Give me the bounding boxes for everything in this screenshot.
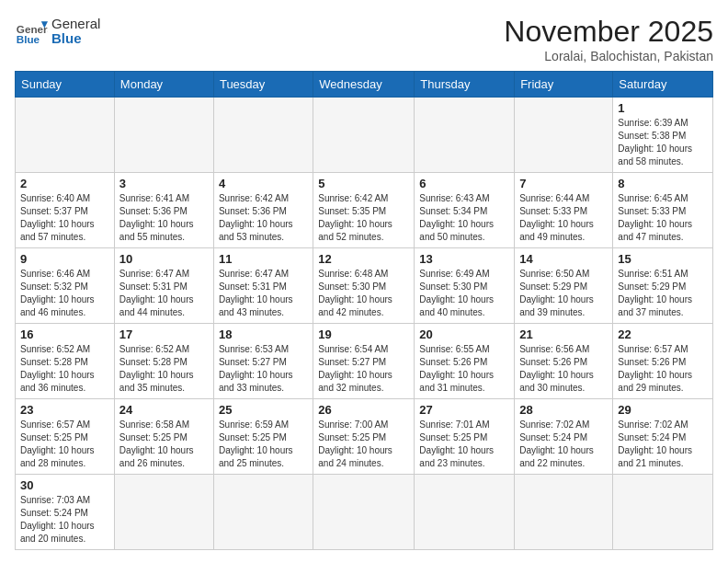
calendar-cell: 28Sunrise: 7:02 AM Sunset: 5:24 PM Dayli… (515, 399, 613, 475)
day-number: 1 (618, 101, 708, 115)
day-info: Sunrise: 6:39 AM Sunset: 5:38 PM Dayligh… (618, 117, 708, 168)
day-number: 18 (219, 327, 308, 341)
column-header-friday: Friday (515, 72, 613, 98)
calendar-cell: 3Sunrise: 6:41 AM Sunset: 5:36 PM Daylig… (114, 173, 213, 248)
calendar-cell: 2Sunrise: 6:40 AM Sunset: 5:37 PM Daylig… (16, 173, 115, 248)
day-number: 17 (119, 327, 209, 341)
day-info: Sunrise: 6:59 AM Sunset: 5:25 PM Dayligh… (219, 419, 308, 470)
calendar-cell: 13Sunrise: 6:49 AM Sunset: 5:30 PM Dayli… (415, 248, 515, 324)
calendar-cell (415, 98, 515, 173)
calendar-week-row: 23Sunrise: 6:57 AM Sunset: 5:25 PM Dayli… (16, 399, 713, 475)
day-number: 16 (20, 327, 109, 341)
day-info: Sunrise: 7:02 AM Sunset: 5:24 PM Dayligh… (519, 419, 608, 470)
day-number: 30 (20, 478, 109, 492)
day-number: 23 (20, 403, 109, 417)
day-info: Sunrise: 6:44 AM Sunset: 5:33 PM Dayligh… (519, 192, 608, 244)
calendar-cell: 30Sunrise: 7:03 AM Sunset: 5:24 PM Dayli… (16, 475, 115, 550)
calendar-cell: 10Sunrise: 6:47 AM Sunset: 5:31 PM Dayli… (114, 248, 213, 324)
day-number: 10 (119, 252, 209, 266)
day-number: 21 (519, 327, 608, 341)
calendar-cell: 24Sunrise: 6:58 AM Sunset: 5:25 PM Dayli… (114, 399, 213, 475)
day-number: 8 (618, 177, 708, 190)
column-header-thursday: Thursday (415, 72, 515, 98)
calendar-header-row: SundayMondayTuesdayWednesdayThursdayFrid… (16, 72, 713, 98)
day-number: 26 (318, 403, 409, 417)
calendar-cell (515, 475, 613, 550)
location: Loralai, Balochistan, Pakistan (504, 49, 713, 63)
day-number: 28 (519, 403, 608, 417)
calendar-week-row: 16Sunrise: 6:52 AM Sunset: 5:28 PM Dayli… (16, 324, 713, 399)
title-block: November 2025 Loralai, Balochistan, Paki… (504, 15, 713, 63)
day-info: Sunrise: 6:52 AM Sunset: 5:28 PM Dayligh… (119, 343, 209, 395)
calendar-week-row: 30Sunrise: 7:03 AM Sunset: 5:24 PM Dayli… (16, 475, 713, 550)
column-header-sunday: Sunday (16, 72, 115, 98)
calendar-cell: 25Sunrise: 6:59 AM Sunset: 5:25 PM Dayli… (213, 399, 313, 475)
svg-text:Blue: Blue (17, 33, 40, 45)
day-info: Sunrise: 6:47 AM Sunset: 5:31 PM Dayligh… (119, 268, 209, 319)
calendar-cell: 11Sunrise: 6:47 AM Sunset: 5:31 PM Dayli… (213, 248, 313, 324)
day-info: Sunrise: 7:01 AM Sunset: 5:25 PM Dayligh… (419, 419, 509, 470)
day-info: Sunrise: 6:56 AM Sunset: 5:26 PM Dayligh… (519, 343, 608, 395)
day-info: Sunrise: 6:50 AM Sunset: 5:29 PM Dayligh… (519, 268, 608, 319)
day-info: Sunrise: 6:45 AM Sunset: 5:33 PM Dayligh… (618, 192, 708, 244)
calendar-cell: 21Sunrise: 6:56 AM Sunset: 5:26 PM Dayli… (515, 324, 613, 399)
day-number: 25 (219, 403, 308, 417)
calendar-cell (515, 98, 613, 173)
calendar-week-row: 2Sunrise: 6:40 AM Sunset: 5:37 PM Daylig… (16, 173, 713, 248)
day-number: 11 (219, 252, 308, 266)
day-number: 12 (318, 252, 409, 266)
month-title: November 2025 (504, 15, 713, 49)
column-header-tuesday: Tuesday (213, 72, 313, 98)
calendar-cell: 7Sunrise: 6:44 AM Sunset: 5:33 PM Daylig… (515, 173, 613, 248)
day-info: Sunrise: 6:46 AM Sunset: 5:32 PM Dayligh… (20, 268, 109, 319)
calendar-cell: 8Sunrise: 6:45 AM Sunset: 5:33 PM Daylig… (613, 173, 713, 248)
calendar-cell: 14Sunrise: 6:50 AM Sunset: 5:29 PM Dayli… (515, 248, 613, 324)
calendar-week-row: 9Sunrise: 6:46 AM Sunset: 5:32 PM Daylig… (16, 248, 713, 324)
calendar-cell (213, 98, 313, 173)
calendar-cell: 23Sunrise: 6:57 AM Sunset: 5:25 PM Dayli… (16, 399, 115, 475)
day-number: 3 (119, 177, 209, 190)
day-number: 13 (419, 252, 509, 266)
calendar-cell: 15Sunrise: 6:51 AM Sunset: 5:29 PM Dayli… (613, 248, 713, 324)
day-info: Sunrise: 6:42 AM Sunset: 5:36 PM Dayligh… (219, 192, 308, 244)
day-number: 22 (618, 327, 708, 341)
calendar-cell: 20Sunrise: 6:55 AM Sunset: 5:26 PM Dayli… (415, 324, 515, 399)
day-info: Sunrise: 6:40 AM Sunset: 5:37 PM Dayligh… (20, 192, 109, 244)
day-number: 9 (20, 252, 109, 266)
day-info: Sunrise: 6:57 AM Sunset: 5:26 PM Dayligh… (618, 343, 708, 395)
calendar-cell: 16Sunrise: 6:52 AM Sunset: 5:28 PM Dayli… (16, 324, 115, 399)
day-number: 5 (318, 177, 409, 190)
calendar-table: SundayMondayTuesdayWednesdayThursdayFrid… (15, 71, 713, 550)
calendar-cell: 26Sunrise: 7:00 AM Sunset: 5:25 PM Dayli… (313, 399, 415, 475)
column-header-monday: Monday (114, 72, 213, 98)
calendar-cell (213, 475, 313, 550)
day-number: 20 (419, 327, 509, 341)
calendar-cell (313, 475, 415, 550)
calendar-cell: 12Sunrise: 6:48 AM Sunset: 5:30 PM Dayli… (313, 248, 415, 324)
day-info: Sunrise: 6:49 AM Sunset: 5:30 PM Dayligh… (419, 268, 509, 319)
calendar-cell: 9Sunrise: 6:46 AM Sunset: 5:32 PM Daylig… (16, 248, 115, 324)
calendar-cell: 4Sunrise: 6:42 AM Sunset: 5:36 PM Daylig… (213, 173, 313, 248)
calendar-cell: 5Sunrise: 6:42 AM Sunset: 5:35 PM Daylig… (313, 173, 415, 248)
day-info: Sunrise: 6:58 AM Sunset: 5:25 PM Dayligh… (119, 419, 209, 470)
day-info: Sunrise: 6:41 AM Sunset: 5:36 PM Dayligh… (119, 192, 209, 244)
calendar-cell: 29Sunrise: 7:02 AM Sunset: 5:24 PM Dayli… (613, 399, 713, 475)
logo-icon: General Blue (15, 15, 48, 48)
day-info: Sunrise: 7:00 AM Sunset: 5:25 PM Dayligh… (318, 419, 409, 470)
day-info: Sunrise: 7:02 AM Sunset: 5:24 PM Dayligh… (618, 419, 708, 470)
day-number: 24 (119, 403, 209, 417)
calendar-cell (415, 475, 515, 550)
day-info: Sunrise: 6:43 AM Sunset: 5:34 PM Dayligh… (419, 192, 509, 244)
day-number: 7 (519, 177, 608, 190)
day-number: 19 (318, 327, 409, 341)
page-header: General Blue General Blue November 2025 … (15, 15, 713, 63)
day-number: 29 (618, 403, 708, 417)
calendar-cell (613, 475, 713, 550)
calendar-cell: 1Sunrise: 6:39 AM Sunset: 5:38 PM Daylig… (613, 98, 713, 173)
calendar-week-row: 1Sunrise: 6:39 AM Sunset: 5:38 PM Daylig… (16, 98, 713, 173)
day-number: 4 (219, 177, 308, 190)
calendar-cell (114, 475, 213, 550)
column-header-wednesday: Wednesday (313, 72, 415, 98)
day-info: Sunrise: 6:57 AM Sunset: 5:25 PM Dayligh… (20, 419, 109, 470)
day-info: Sunrise: 6:47 AM Sunset: 5:31 PM Dayligh… (219, 268, 308, 319)
